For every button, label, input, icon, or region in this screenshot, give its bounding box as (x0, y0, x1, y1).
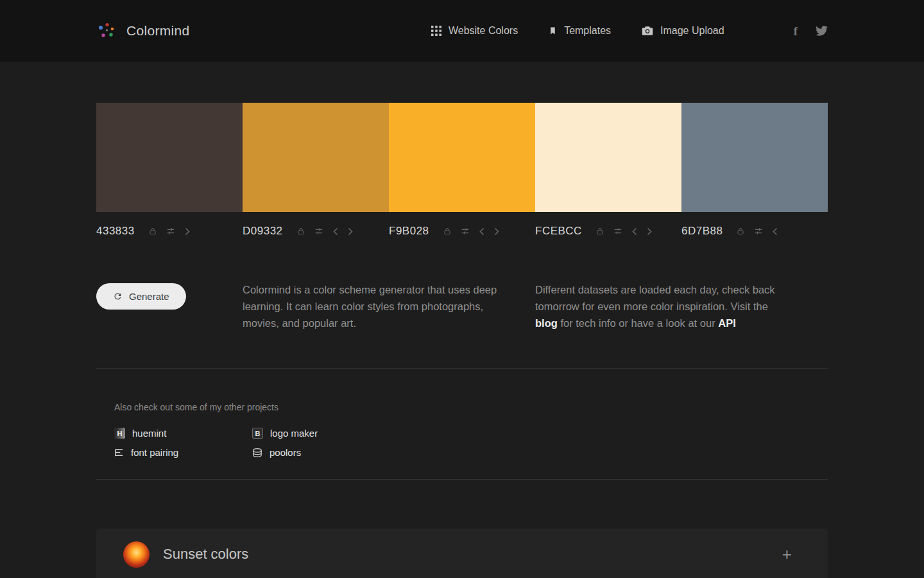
grid-icon (431, 26, 441, 36)
expand-plus-button[interactable]: + (782, 546, 792, 563)
swatch-3[interactable] (389, 103, 535, 212)
saved-palette-card-sunset-colors[interactable]: Sunset colors + (96, 529, 828, 578)
poolors-icon (252, 448, 262, 457)
hex-value: F9B028 (389, 225, 429, 238)
logo-maker-icon: B (252, 428, 263, 439)
adjust-sliders-icon[interactable] (754, 227, 763, 236)
nav-templates[interactable]: Templates (549, 25, 611, 37)
twitter-bird-icon[interactable] (816, 26, 828, 36)
project-label: huemint (132, 428, 166, 439)
chevron-right-icon[interactable] (348, 227, 353, 236)
divider (96, 479, 828, 480)
blog-link[interactable]: blog (535, 317, 558, 329)
top-header: Colormind Website Colors (0, 0, 924, 62)
lock-icon[interactable] (737, 227, 744, 236)
project-link-font-pairing[interactable]: font pairing (114, 447, 252, 458)
nav-website-colors[interactable]: Website Colors (431, 25, 518, 37)
chevron-right-icon[interactable] (185, 227, 190, 236)
chevron-right-icon[interactable] (647, 227, 652, 236)
hex-cell-2: D09332 (243, 225, 389, 238)
generate-button-label: Generate (129, 291, 169, 302)
swatch-2[interactable] (243, 103, 389, 212)
nav-image-upload[interactable]: Image Upload (642, 25, 724, 37)
description-primary: Colormind is a color scheme generator th… (243, 281, 512, 331)
chevron-left-icon[interactable] (479, 227, 484, 236)
description-secondary-text: for tech info or have a look at our (558, 317, 718, 329)
lock-icon[interactable] (443, 227, 451, 236)
description-secondary: Different datasets are loaded each day, … (535, 281, 789, 331)
font-pairing-icon (114, 448, 124, 458)
lock-icon[interactable] (297, 227, 305, 236)
project-link-logo-maker[interactable]: B logo maker (252, 428, 828, 439)
refresh-icon (113, 292, 123, 301)
project-label: font pairing (131, 447, 178, 458)
nav-image-upload-label: Image Upload (660, 25, 724, 37)
color-palette-strip (96, 103, 828, 212)
adjust-sliders-icon[interactable] (166, 227, 175, 236)
brand-home-link[interactable]: Colormind (96, 21, 189, 42)
nav-templates-label: Templates (564, 25, 611, 37)
chevron-left-icon[interactable] (632, 227, 637, 236)
hex-cell-1: 433833 (96, 225, 243, 238)
huemint-icon: H (114, 428, 125, 439)
description-secondary-text: Different datasets are loaded each day, … (535, 284, 775, 312)
bookmark-icon (549, 26, 557, 36)
generate-row: Generate Colormind is a color scheme gen… (96, 283, 828, 331)
hex-value: D09332 (243, 225, 283, 238)
hex-cell-3: F9B028 (389, 225, 535, 238)
adjust-sliders-icon[interactable] (613, 227, 622, 236)
chevron-left-icon[interactable] (333, 227, 338, 236)
facebook-icon[interactable]: f (794, 25, 798, 37)
chevron-right-icon[interactable] (494, 227, 499, 236)
project-label: poolors (270, 447, 301, 458)
project-link-poolors[interactable]: poolors (252, 447, 828, 458)
hex-value: FCEBCC (535, 225, 582, 238)
main-nav: Website Colors Templates (431, 25, 828, 37)
generate-button[interactable]: Generate (96, 283, 186, 310)
swatch-1[interactable] (96, 103, 243, 212)
chevron-left-icon[interactable] (773, 227, 778, 236)
saved-palette-title: Sunset colors (163, 546, 248, 563)
social-links: f (794, 25, 828, 37)
hex-controls-row: 433833 D09332 (96, 225, 828, 238)
other-projects-section: Also check out some of my other projects… (96, 402, 828, 458)
project-label: logo maker (270, 428, 318, 439)
swatch-5[interactable] (681, 103, 828, 212)
nav-website-colors-label: Website Colors (449, 25, 518, 37)
lock-icon[interactable] (149, 227, 157, 236)
divider (96, 368, 828, 369)
adjust-sliders-icon[interactable] (314, 227, 323, 236)
project-link-huemint[interactable]: H huemint (114, 428, 252, 439)
hex-cell-4: FCEBCC (535, 225, 681, 238)
colormind-logo-icon (96, 21, 117, 42)
api-link[interactable]: API (718, 317, 736, 329)
sunset-thumbnail-image (123, 541, 150, 568)
hex-cell-5: 6D7B88 (681, 225, 828, 238)
swatch-4[interactable] (535, 103, 681, 212)
camera-icon (642, 26, 653, 36)
hex-value: 433833 (96, 225, 135, 238)
hex-value: 6D7B88 (681, 225, 723, 238)
brand-name: Colormind (126, 23, 189, 39)
adjust-sliders-icon[interactable] (461, 227, 470, 236)
lock-icon[interactable] (596, 227, 604, 236)
other-projects-heading: Also check out some of my other projects (114, 402, 828, 412)
